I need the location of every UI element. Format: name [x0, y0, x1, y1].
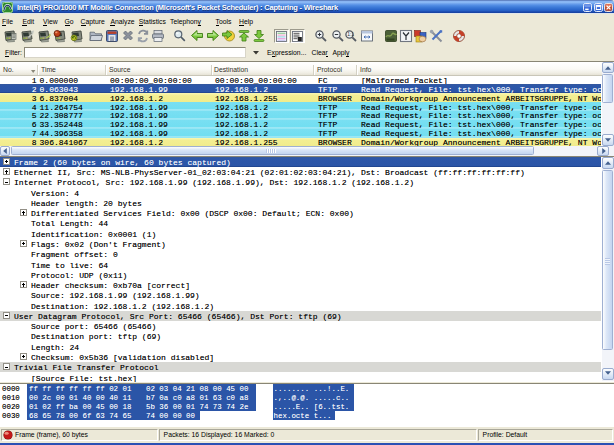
svg-text:1:1: 1:1	[347, 31, 354, 37]
